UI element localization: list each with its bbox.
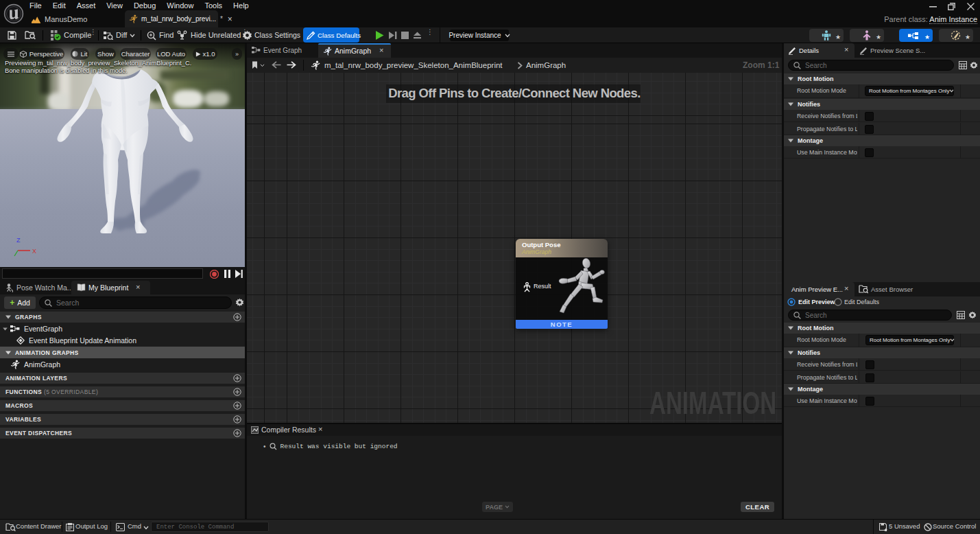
svg-text:X: X	[32, 248, 36, 255]
svg-text:Z: Z	[16, 237, 21, 244]
